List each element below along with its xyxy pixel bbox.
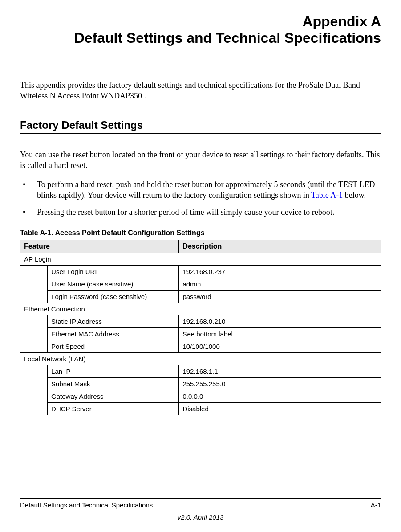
indent-cell: [20, 377, 48, 390]
cell-description: Disabled: [179, 402, 381, 415]
appendix-header: Appendix A Default Settings and Technica…: [20, 13, 381, 46]
table-row: Ethernet MAC Address See bottom label.: [20, 327, 381, 340]
table-row: Static IP Address 192.168.0.210: [20, 315, 381, 327]
cell-description: 192.168.1.1: [179, 365, 381, 377]
indent-cell: [20, 265, 48, 278]
table-header-row: Feature Description: [20, 240, 381, 253]
indent-cell: [20, 278, 48, 290]
header-description: Description: [179, 240, 381, 253]
indent-cell: [20, 365, 48, 377]
settings-table: Feature Description AP Login User Login …: [20, 240, 381, 415]
indent-cell: [20, 315, 48, 327]
bullet-item: To perform a hard reset, push and hold t…: [20, 179, 381, 201]
cell-feature: Gateway Address: [48, 390, 179, 402]
table-row: Subnet Mask 255.255.255.0: [20, 377, 381, 390]
indent-cell: [20, 327, 48, 340]
bullet-text-post: below.: [343, 191, 366, 200]
footer-line: Default Settings and Technical Specifica…: [20, 498, 381, 509]
cell-description: 192.168.0.237: [179, 265, 381, 278]
footer-page-number: A-1: [371, 501, 381, 509]
cell-description: 0.0.0.0: [179, 390, 381, 402]
section-intro: You can use the reset button located on …: [20, 149, 381, 171]
header-feature: Feature: [20, 240, 179, 253]
cell-feature: Login Password (case sensitive): [48, 290, 179, 303]
indent-cell: [20, 402, 48, 415]
cell-description: 10/100/1000: [179, 340, 381, 352]
indent-cell: [20, 390, 48, 402]
cell-feature: DHCP Server: [48, 402, 179, 415]
table-row: Port Speed 10/100/1000: [20, 340, 381, 352]
table-section-row: AP Login: [20, 253, 381, 265]
appendix-title: Default Settings and Technical Specifica…: [20, 30, 381, 46]
table-row: User Name (case sensitive) admin: [20, 278, 381, 290]
cell-description: 255.255.255.0: [179, 377, 381, 390]
section-heading: Factory Default Settings: [20, 119, 381, 134]
table-reference-link[interactable]: Table A-1: [311, 191, 343, 200]
table-row: Gateway Address 0.0.0.0: [20, 390, 381, 402]
section-title: AP Login: [20, 253, 381, 265]
section-title: Ethernet Connection: [20, 303, 381, 315]
indent-cell: [20, 340, 48, 352]
cell-description: See bottom label.: [179, 327, 381, 340]
cell-feature: Subnet Mask: [48, 377, 179, 390]
intro-paragraph: This appendix provides the factory defau…: [20, 80, 381, 102]
table-row: Login Password (case sensitive) password: [20, 290, 381, 303]
cell-feature: User Name (case sensitive): [48, 278, 179, 290]
cell-feature: Port Speed: [48, 340, 179, 352]
table-section-row: Ethernet Connection: [20, 303, 381, 315]
table-section-row: Local Network (LAN): [20, 352, 381, 365]
cell-feature: Static IP Address: [48, 315, 179, 327]
cell-feature: Ethernet MAC Address: [48, 327, 179, 340]
footer-left: Default Settings and Technical Specifica…: [20, 501, 153, 509]
bullet-item: Pressing the reset button for a shorter …: [20, 207, 381, 217]
table-row: User Login URL 192.168.0.237: [20, 265, 381, 278]
cell-description: admin: [179, 278, 381, 290]
appendix-label: Appendix A: [20, 13, 381, 30]
table-row: DHCP Server Disabled: [20, 402, 381, 415]
bullet-list: To perform a hard reset, push and hold t…: [20, 179, 381, 218]
cell-feature: Lan IP: [48, 365, 179, 377]
section-title: Local Network (LAN): [20, 352, 381, 365]
footer-version: v2.0, April 2013: [20, 513, 381, 521]
cell-description: password: [179, 290, 381, 303]
cell-description: 192.168.0.210: [179, 315, 381, 327]
table-row: Lan IP 192.168.1.1: [20, 365, 381, 377]
cell-feature: User Login URL: [48, 265, 179, 278]
table-caption: Table A-1. Access Point Default Configur…: [20, 229, 381, 237]
page-footer: Default Settings and Technical Specifica…: [20, 498, 381, 521]
indent-cell: [20, 290, 48, 303]
